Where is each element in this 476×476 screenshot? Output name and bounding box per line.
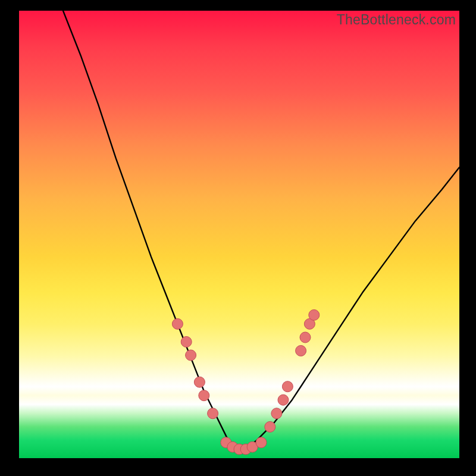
data-marker	[181, 337, 192, 347]
data-marker	[199, 390, 209, 401]
data-marker	[300, 332, 311, 343]
data-marker	[309, 309, 320, 320]
data-marker	[278, 394, 289, 405]
data-marker	[256, 437, 267, 448]
data-marker	[271, 408, 282, 419]
series-left-branch	[63, 11, 239, 454]
data-marker	[186, 350, 196, 361]
data-marker	[172, 318, 183, 329]
plot-area	[19, 11, 459, 458]
data-marker	[296, 346, 306, 356]
curve-group	[63, 11, 459, 454]
data-marker	[282, 381, 293, 392]
data-marker	[194, 377, 205, 387]
data-marker	[265, 421, 275, 432]
watermark-label: TheBottleneck.com	[337, 12, 456, 28]
curve-svg	[19, 11, 459, 458]
chart-stage: TheBottleneck.com	[0, 0, 476, 476]
marker-group	[172, 309, 319, 455]
data-marker	[208, 408, 218, 419]
